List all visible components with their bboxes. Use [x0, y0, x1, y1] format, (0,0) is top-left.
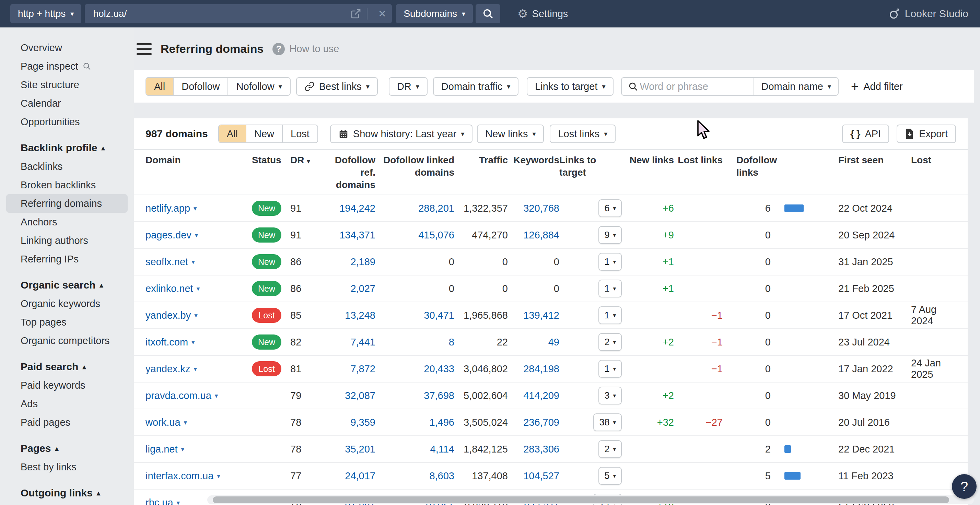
dofollow-ref-domains-link[interactable]: 2,189 [320, 256, 375, 268]
sidebar-item[interactable]: Referring IPs [6, 250, 128, 268]
links-to-target-row-dropdown[interactable]: 2 ▾ [598, 440, 622, 458]
dofollow-linked-domains-link[interactable]: 0 [375, 256, 454, 268]
keywords-link[interactable]: 49 [508, 337, 559, 348]
word-or-phrase-input[interactable] [640, 78, 754, 95]
sidebar-item[interactable]: Referring domains [6, 194, 128, 213]
filter-all[interactable]: All [146, 78, 173, 95]
chevron-down-icon[interactable]: ▾ [197, 285, 200, 293]
dofollow-ref-domains-link[interactable]: 9,359 [320, 417, 375, 428]
how-to-use-link[interactable]: How to use [289, 43, 339, 54]
sidebar-item[interactable]: Organic keywords [6, 294, 128, 313]
keywords-link[interactable]: 0 [508, 283, 559, 294]
sidebar-item[interactable]: Paid keywords [6, 376, 128, 395]
links-to-target-row-dropdown[interactable]: 3 ▾ [598, 387, 622, 405]
domain-link[interactable]: pravda.com.ua [145, 390, 212, 402]
dofollow-linked-domains-link[interactable]: 4,114 [375, 444, 454, 455]
keywords-link[interactable]: 414,209 [508, 390, 559, 402]
chevron-down-icon[interactable]: ▾ [184, 419, 187, 426]
domain-link[interactable]: liga.net [145, 444, 178, 455]
sidebar-item[interactable]: Pages ▴ [6, 439, 128, 458]
domain-link[interactable]: rbc.ua [145, 497, 173, 505]
sidebar-item[interactable]: Backlinks [6, 157, 128, 176]
links-to-target-row-dropdown[interactable]: 1 ▾ [598, 306, 622, 324]
status-lost[interactable]: Lost [282, 125, 317, 142]
keywords-link[interactable]: 283,306 [508, 444, 559, 455]
settings-button[interactable]: ⚙ Settings [517, 7, 568, 21]
col-lost[interactable]: Lost [906, 154, 956, 167]
sidebar-item[interactable]: Linking authors [6, 231, 128, 250]
col-lost-links[interactable]: Lost links [674, 154, 723, 167]
sidebar-item[interactable]: Paid pages [6, 413, 128, 432]
sidebar-item[interactable]: Organic competitors [6, 332, 128, 350]
sidebar-item[interactable]: Top pages [6, 313, 128, 332]
links-to-target-row-dropdown[interactable]: 38 ▾ [593, 413, 622, 431]
col-status[interactable]: Status [252, 154, 290, 167]
dofollow-linked-domains-link[interactable]: 20,433 [375, 363, 454, 375]
domain-traffic-filter-dropdown[interactable]: Domain traffic ▾ [433, 77, 519, 96]
chevron-down-icon[interactable]: ▾ [215, 392, 218, 400]
dofollow-ref-domains-link[interactable]: 134,371 [320, 230, 375, 241]
dofollow-linked-domains-link[interactable]: 0 [375, 283, 454, 294]
chevron-down-icon[interactable]: ▾ [194, 205, 197, 212]
status-new[interactable]: New [246, 125, 282, 142]
chevron-down-icon[interactable]: ▾ [217, 472, 220, 480]
keywords-link[interactable]: 284,198 [508, 363, 559, 375]
keywords-link[interactable]: 236,709 [508, 417, 559, 428]
col-traffic[interactable]: Traffic [454, 154, 508, 167]
best-links-dropdown[interactable]: Best links ▾ [296, 77, 378, 96]
domain-link[interactable]: work.ua [145, 417, 180, 428]
dofollow-ref-domains-link[interactable]: 7,441 [320, 337, 375, 348]
keywords-link[interactable]: 139,412 [508, 310, 559, 321]
dofollow-linked-domains-link[interactable]: 8,603 [375, 470, 454, 482]
links-to-target-row-dropdown[interactable]: 1 ▾ [598, 253, 622, 271]
add-filter-button[interactable]: + Add filter [851, 80, 903, 93]
chevron-down-icon[interactable]: ▾ [181, 445, 185, 453]
domain-link[interactable]: netlify.app [145, 203, 190, 214]
links-to-target-row-dropdown[interactable]: 1 ▾ [598, 279, 622, 297]
api-button[interactable]: { } API [842, 124, 889, 143]
col-dr[interactable]: DR ▾ [290, 154, 320, 167]
col-dofollow-ref-domains[interactable]: Dofollow ref. domains [320, 154, 375, 191]
sidebar-item[interactable]: Site structure [6, 75, 128, 94]
col-keywords[interactable]: Keywords [508, 154, 559, 167]
sidebar-item[interactable]: Backlink profile ▴ [6, 138, 128, 157]
sidebar-item[interactable]: Page inspect [6, 57, 128, 75]
status-all[interactable]: All [219, 125, 246, 142]
dofollow-ref-domains-link[interactable]: 24,017 [320, 470, 375, 482]
sidebar-item[interactable]: Anchors [6, 213, 128, 231]
chevron-down-icon[interactable]: ▾ [194, 365, 197, 373]
filter-dofollow[interactable]: Dofollow [173, 78, 228, 95]
links-to-target-row-dropdown[interactable]: 5 ▾ [598, 467, 622, 485]
col-domain[interactable]: Domain [145, 154, 252, 167]
export-button[interactable]: Export [897, 124, 956, 143]
sidebar-item[interactable]: Organic search ▴ [6, 276, 128, 294]
domain-link[interactable]: yandex.kz [145, 363, 191, 375]
dofollow-ref-domains-link[interactable]: 35,201 [320, 444, 375, 455]
dofollow-ref-domains-link[interactable]: 13,248 [320, 310, 375, 321]
dofollow-ref-domains-link[interactable]: 32,087 [320, 390, 375, 402]
sidebar-item[interactable]: Best by links [6, 458, 128, 476]
domain-link[interactable]: yandex.by [145, 310, 191, 321]
chevron-down-icon[interactable]: ▾ [191, 338, 195, 346]
keywords-link[interactable]: 0 [508, 256, 559, 268]
sidebar-item[interactable]: Ads [6, 395, 128, 413]
links-to-target-filter-dropdown[interactable]: Links to target ▾ [527, 77, 614, 96]
domain-link[interactable]: seoflx.net [145, 256, 188, 268]
sidebar-item[interactable]: Paid search ▴ [6, 357, 128, 376]
sidebar-item[interactable]: Linked domains [6, 502, 128, 505]
sidebar-item[interactable]: Outgoing links ▴ [6, 484, 128, 502]
dofollow-ref-domains-link[interactable]: 7,872 [320, 363, 375, 375]
keywords-link[interactable]: 126,884 [508, 230, 559, 241]
dofollow-linked-domains-link[interactable]: 37,698 [375, 390, 454, 402]
domain-link[interactable]: exlinko.net [145, 283, 193, 294]
col-links-to-target[interactable]: Links to target [559, 154, 625, 179]
domain-link[interactable]: pages.dev [145, 230, 191, 241]
sidebar-item[interactable]: Calendar [6, 94, 128, 113]
dofollow-linked-domains-link[interactable]: 288,201 [375, 203, 454, 214]
chevron-down-icon[interactable]: ▾ [177, 499, 180, 505]
domain-link[interactable]: itxoft.com [145, 337, 188, 348]
keywords-link[interactable]: 104,527 [508, 470, 559, 482]
sidebar-item[interactable]: Overview [6, 38, 128, 57]
col-dofollow-linked-domains[interactable]: Dofollow linked domains [375, 154, 454, 179]
col-dofollow-links[interactable]: Dofollow links [723, 154, 836, 179]
